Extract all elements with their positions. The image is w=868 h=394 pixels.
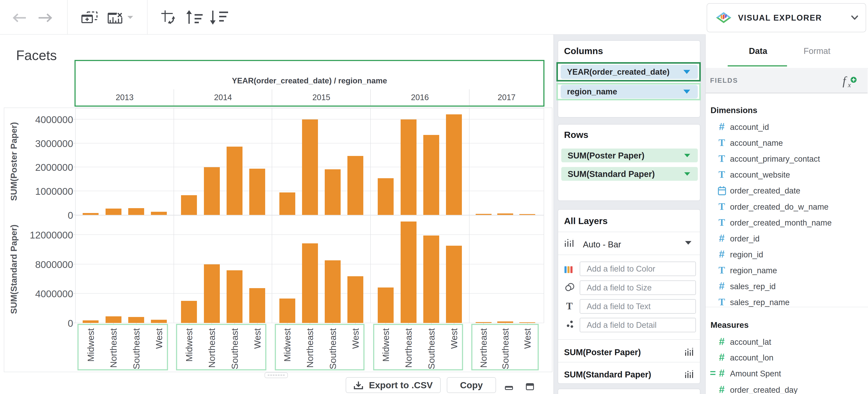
- svg-text:3000000: 3000000: [35, 138, 73, 149]
- svg-text:4000000: 4000000: [35, 114, 73, 125]
- svg-text:2016: 2016: [411, 93, 429, 102]
- svg-text:2015: 2015: [312, 93, 331, 102]
- svg-text:Facets: Facets: [16, 48, 57, 63]
- svg-text:West: West: [154, 328, 164, 349]
- svg-text:Midwest: Midwest: [282, 328, 292, 362]
- svg-text:8000000: 8000000: [35, 259, 73, 270]
- svg-text:0: 0: [68, 318, 73, 329]
- svg-text:Northeast: Northeast: [305, 328, 315, 368]
- svg-text:Midwest: Midwest: [381, 328, 391, 362]
- svg-text:2017: 2017: [498, 93, 516, 102]
- svg-text:0: 0: [68, 210, 73, 221]
- svg-text:4000000: 4000000: [35, 288, 73, 299]
- svg-text:f: f: [843, 74, 847, 87]
- svg-text:2013: 2013: [116, 93, 134, 102]
- svg-text:Northeast: Northeast: [478, 328, 489, 368]
- svg-text:1000000: 1000000: [35, 186, 73, 197]
- svg-text:SUM(Poster Paper): SUM(Poster Paper): [9, 122, 19, 201]
- svg-text:2014: 2014: [214, 93, 232, 102]
- svg-text:West: West: [449, 328, 459, 349]
- svg-text:West: West: [350, 328, 361, 349]
- svg-text:Southeast: Southeast: [500, 328, 510, 369]
- svg-text:Northeast: Northeast: [403, 328, 413, 368]
- svg-text:West: West: [522, 328, 532, 349]
- svg-text:12000000: 12000000: [30, 230, 73, 241]
- svg-text:Southeast: Southeast: [328, 328, 338, 369]
- svg-text:Southeast: Southeast: [131, 328, 142, 369]
- svg-text:YEAR(order_created_date) / reg: YEAR(order_created_date) / region_name: [232, 76, 387, 85]
- svg-text:Midwest: Midwest: [184, 328, 194, 362]
- svg-text:x: x: [848, 81, 851, 89]
- svg-text:Southeast: Southeast: [229, 328, 240, 369]
- svg-text:Southeast: Southeast: [426, 328, 436, 369]
- svg-text:2000000: 2000000: [35, 162, 73, 173]
- svg-text:Northeast: Northeast: [108, 328, 119, 368]
- svg-text:West: West: [252, 328, 262, 349]
- svg-text:Northeast: Northeast: [207, 328, 217, 368]
- svg-text:Midwest: Midwest: [86, 328, 96, 362]
- svg-text:SUM(Standard Paper): SUM(Standard Paper): [9, 224, 19, 314]
